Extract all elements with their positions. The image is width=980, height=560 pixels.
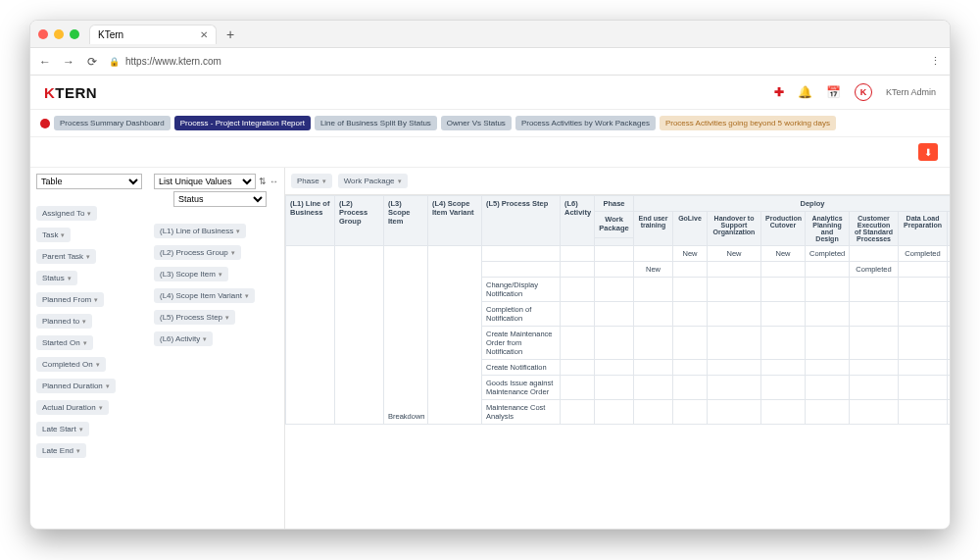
deploy-header: Deploy xyxy=(634,196,951,212)
level-chip[interactable]: (L3) Scope Item ▾ xyxy=(154,267,228,281)
avatar[interactable]: K xyxy=(855,83,872,101)
pivot-cell xyxy=(948,302,951,327)
close-window-icon[interactable] xyxy=(38,29,48,39)
back-icon[interactable]: ← xyxy=(38,55,52,69)
col-l3[interactable]: (L3) Scope Item xyxy=(384,196,428,246)
filter-chip[interactable]: Planned From ▾ xyxy=(36,292,104,307)
col-dataload[interactable]: Data Load Preparation xyxy=(899,212,948,246)
browser-tab[interactable]: KTern ✕ xyxy=(89,25,217,44)
report-tab[interactable]: Process Activities by Work Packages xyxy=(515,116,656,130)
pivot-cell xyxy=(850,400,899,425)
add-icon[interactable]: ✚ xyxy=(774,85,784,99)
pivot-cell xyxy=(708,302,761,327)
pivot-cell: Completed xyxy=(948,246,951,262)
workpackage-chip[interactable]: Work Package▾ xyxy=(338,174,408,188)
download-button[interactable]: ⬇ xyxy=(918,143,938,161)
pivot-cell xyxy=(761,302,806,327)
visualization-select[interactable]: Table xyxy=(36,174,142,189)
report-tab[interactable]: Process Activities going beyond 5 workin… xyxy=(660,116,836,130)
traffic-lights xyxy=(38,29,89,39)
pivot-cell xyxy=(595,376,634,400)
pivot-cell xyxy=(708,376,761,400)
filter-chip[interactable]: Started On ▾ xyxy=(36,335,93,350)
filter-chip[interactable]: Late End ▾ xyxy=(36,443,86,458)
level-chip[interactable]: (L6) Activity ▾ xyxy=(154,331,213,346)
level-chip[interactable]: (L4) Scope Item Variant ▾ xyxy=(154,288,255,303)
pivot-cell xyxy=(899,360,948,376)
pivot-cell xyxy=(948,262,951,278)
pivot-cell xyxy=(634,400,673,425)
reload-icon[interactable]: ⟳ xyxy=(85,55,99,69)
browser-menu-icon[interactable]: ⋮ xyxy=(930,55,942,68)
col-cutover[interactable]: Production Cutover xyxy=(761,212,806,246)
url-field[interactable]: 🔒 https://www.ktern.com xyxy=(109,56,920,67)
filter-chip[interactable]: Status ▾ xyxy=(36,271,77,285)
pivot-cell xyxy=(806,278,850,302)
pivot-cell: Breakdown xyxy=(384,246,428,425)
close-dashboards-icon[interactable] xyxy=(40,119,50,128)
forward-icon[interactable]: → xyxy=(62,55,75,69)
filter-chip[interactable]: Assigned To ▾ xyxy=(36,206,97,221)
pivot-cell xyxy=(561,302,595,327)
pivot-cell xyxy=(561,400,595,425)
maximize-window-icon[interactable] xyxy=(70,29,79,39)
pivot-cell xyxy=(673,262,708,278)
pivot-cell xyxy=(806,262,850,278)
swap-axes-icon[interactable]: ⇅ xyxy=(259,177,267,186)
aggregation-select[interactable]: List Unique Values xyxy=(154,174,256,189)
logo[interactable]: KTERN xyxy=(44,84,97,101)
level-chip[interactable]: (L2) Process Group ▾ xyxy=(154,245,241,260)
filter-chip[interactable]: Planned Duration ▾ xyxy=(36,379,116,393)
report-tab[interactable]: Process - Project Integration Report xyxy=(174,116,311,130)
filter-chip[interactable]: Planned to ▾ xyxy=(36,314,92,329)
filter-chip[interactable]: Late Start ▾ xyxy=(36,422,89,436)
col-l4[interactable]: (L4) Scope Item Variant xyxy=(428,196,482,246)
col-handover[interactable]: Handover to Support Organization xyxy=(708,212,761,246)
calendar-icon[interactable]: 📅 xyxy=(826,85,841,99)
report-tab[interactable]: Process Summary Dashboard xyxy=(54,116,171,130)
pivot-cell xyxy=(595,262,634,278)
col-golive[interactable]: GoLive xyxy=(673,212,708,246)
report-tab[interactable]: Line of Business Split By Status xyxy=(315,116,437,130)
col-end-user[interactable]: End user training xyxy=(634,212,673,246)
bell-icon[interactable]: 🔔 xyxy=(798,85,812,99)
status-select[interactable]: Status xyxy=(173,191,267,207)
report-body: Table Assigned To ▾Task ▾Parent Task ▾St… xyxy=(30,168,950,530)
close-tab-icon[interactable]: ✕ xyxy=(200,29,208,40)
pivot-cell xyxy=(708,278,761,302)
pivot-cell xyxy=(899,400,948,425)
expand-icon[interactable]: ↔ xyxy=(270,177,278,186)
pivot-table: (L1) Line of Business (L2) Process Group… xyxy=(285,195,950,425)
level-chip[interactable]: (L5) Process Step ▾ xyxy=(154,310,235,325)
pivot-cell xyxy=(948,376,951,400)
pivot-cell xyxy=(850,278,899,302)
pivot-cell xyxy=(850,302,899,327)
pivot-cell xyxy=(561,246,595,262)
filter-chip[interactable]: Parent Task ▾ xyxy=(36,249,96,264)
pivot-cell xyxy=(595,400,634,425)
col-analytics[interactable]: Analytics Planning and Design xyxy=(806,212,850,246)
pivot-cell xyxy=(673,327,708,360)
col-extension[interactable]: Extension Planning and Design xyxy=(948,212,951,246)
pivot-cell xyxy=(595,327,634,360)
url-text: https://www.ktern.com xyxy=(125,56,221,67)
phase-chip[interactable]: Phase▾ xyxy=(291,174,332,188)
pivot-cell xyxy=(899,278,948,302)
pivot-cell xyxy=(708,400,761,425)
filter-chip[interactable]: Completed On ▾ xyxy=(36,357,106,372)
col-l6[interactable]: (L6) Activity xyxy=(561,196,595,246)
pivot-cell xyxy=(850,376,899,400)
pivot-cell xyxy=(761,360,806,376)
col-l5[interactable]: (L5) Process Step xyxy=(482,196,561,246)
minimize-window-icon[interactable] xyxy=(54,29,64,39)
filter-chip[interactable]: Task ▾ xyxy=(36,228,71,242)
new-tab-button[interactable]: + xyxy=(217,26,244,42)
filter-chip[interactable]: Actual Duration ▾ xyxy=(36,400,109,415)
col-l1[interactable]: (L1) Line of Business xyxy=(286,196,335,246)
pivot-cell xyxy=(634,376,673,400)
col-customer[interactable]: Customer Execution of Standard Processes xyxy=(850,212,899,246)
report-tab[interactable]: Owner Vs Status xyxy=(441,116,512,130)
level-chip[interactable]: (L1) Line of Business ▾ xyxy=(154,224,246,238)
pivot-cell xyxy=(761,376,806,400)
col-l2[interactable]: (L2) Process Group xyxy=(335,196,384,246)
